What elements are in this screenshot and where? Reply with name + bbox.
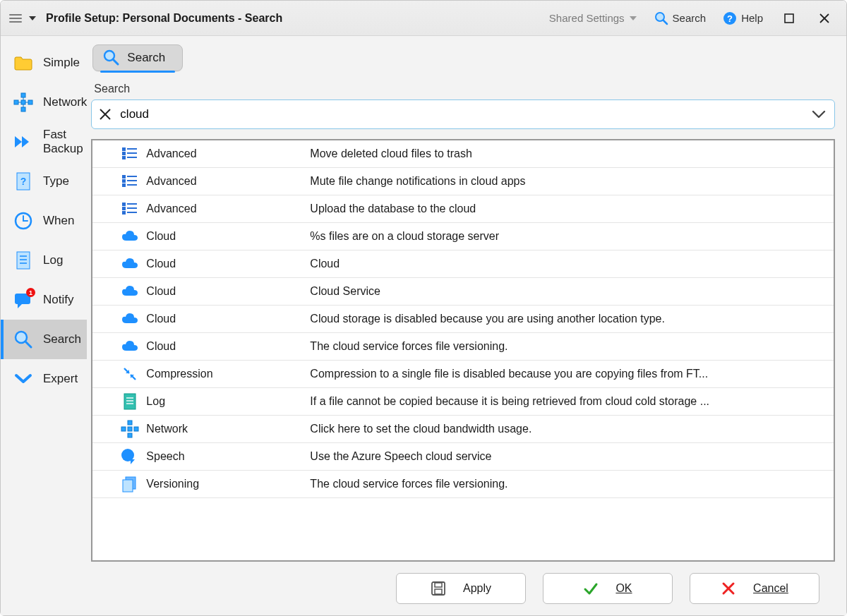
svg-rect-41 <box>123 157 125 159</box>
svg-line-3 <box>663 20 667 24</box>
svg-rect-49 <box>123 203 125 205</box>
sidebar-item-notify[interactable]: 1 Notify <box>1 280 87 320</box>
result-description: Cloud Service <box>304 278 834 306</box>
svg-rect-67 <box>134 427 138 431</box>
titlebar-search-button[interactable]: Search <box>649 8 712 28</box>
close-button[interactable] <box>810 7 839 30</box>
search-icon <box>103 49 120 66</box>
svg-rect-51 <box>123 207 125 210</box>
svg-text:?: ? <box>727 13 733 24</box>
log-icon <box>121 392 139 411</box>
cloud-icon <box>121 255 139 273</box>
help-icon: ? <box>723 11 737 25</box>
shared-settings-menu[interactable]: Shared Settings <box>543 9 643 27</box>
svg-marker-0 <box>29 16 36 20</box>
result-category: Versioning <box>146 478 199 490</box>
apply-label: Apply <box>463 582 491 595</box>
clear-search-button[interactable] <box>92 107 119 121</box>
version-icon <box>121 475 139 493</box>
sidebar-item-label: Network <box>43 95 87 109</box>
result-row[interactable]: Cloud%s files are on a cloud storage ser… <box>92 223 834 250</box>
result-description: Move deleted cloud files to trash <box>304 140 834 168</box>
sidebar-item-network[interactable]: Network <box>1 83 87 122</box>
svg-rect-37 <box>123 148 125 150</box>
compress-icon <box>121 365 139 383</box>
search-section-label: Search <box>94 83 836 95</box>
save-icon <box>431 581 446 596</box>
chevron-down-icon <box>13 369 33 389</box>
result-category: Compression <box>146 368 212 380</box>
svg-line-34 <box>113 59 118 64</box>
result-row[interactable]: CloudCloud storage is disabled because y… <box>92 306 834 333</box>
sidebar-item-simple[interactable]: Simple <box>1 43 87 83</box>
result-category: Cloud <box>146 230 176 243</box>
tab-label: Search <box>127 51 165 65</box>
sidebar-item-type[interactable]: ? Type <box>1 162 87 201</box>
cancel-label: Cancel <box>753 582 788 595</box>
titlebar: Profile Setup: Personal Documents - Sear… <box>1 1 846 36</box>
sidebar: Simple Network Fast Backup ? Type <box>1 36 87 615</box>
sidebar-item-label: Simple <box>43 56 80 70</box>
maximize-button[interactable] <box>774 7 804 30</box>
result-category: Log <box>146 395 165 408</box>
result-row[interactable]: AdvancedMute file change notifications i… <box>92 168 834 195</box>
dropdown-caret-icon[interactable] <box>28 13 37 23</box>
menu-icon[interactable] <box>9 12 22 25</box>
svg-rect-47 <box>123 184 125 186</box>
result-category: Cloud <box>146 258 176 270</box>
svg-rect-25 <box>17 252 30 269</box>
cloud-icon <box>121 310 139 328</box>
result-row[interactable]: CloudThe cloud service forces file versi… <box>92 333 834 361</box>
ok-button[interactable]: OK <box>543 573 673 604</box>
maximize-icon <box>784 13 794 23</box>
log-icon <box>13 250 33 270</box>
apply-button[interactable]: Apply <box>396 573 526 604</box>
svg-rect-73 <box>435 583 442 587</box>
result-row[interactable]: SpeechUse the Azure Speech cloud service <box>92 443 834 471</box>
result-category: Advanced <box>146 203 196 215</box>
svg-text:?: ? <box>20 176 27 187</box>
svg-rect-39 <box>123 152 125 155</box>
result-category: Speech <box>146 450 184 463</box>
sidebar-item-log[interactable]: Log <box>1 241 87 280</box>
result-row[interactable]: VersioningThe cloud service forces file … <box>92 471 834 498</box>
sidebar-item-expert[interactable]: Expert <box>1 359 87 399</box>
svg-marker-69 <box>131 459 135 464</box>
sidebar-item-label: Type <box>43 174 69 188</box>
search-input[interactable] <box>119 104 803 124</box>
results-table: AdvancedMove deleted cloud files to tras… <box>92 140 834 498</box>
chevron-down-icon <box>811 109 827 120</box>
sidebar-item-fast-backup[interactable]: Fast Backup <box>1 122 87 162</box>
result-row[interactable]: CloudCloud Service <box>92 278 834 306</box>
result-description: Use the Azure Speech cloud service <box>304 443 834 471</box>
help-button[interactable]: ? Help <box>717 8 769 28</box>
titlebar-search-label: Search <box>673 12 707 24</box>
sidebar-item-label: Notify <box>43 293 73 307</box>
folder-icon <box>13 53 33 73</box>
svg-rect-64 <box>128 421 132 425</box>
result-description: %s files are on a cloud storage server <box>304 223 834 250</box>
result-row[interactable]: CloudCloud <box>92 250 834 278</box>
result-row[interactable]: LogIf a file cannot be copied because it… <box>92 388 834 416</box>
search-dropdown-button[interactable] <box>803 109 834 120</box>
network-icon <box>121 420 139 438</box>
svg-rect-74 <box>435 589 442 594</box>
sidebar-item-when[interactable]: When <box>1 201 87 241</box>
result-row[interactable]: AdvancedUpload the database to the cloud <box>92 195 834 223</box>
result-description: Upload the database to the cloud <box>304 195 834 223</box>
result-row[interactable]: CompressionCompression to a single file … <box>92 361 834 388</box>
sidebar-item-search[interactable]: Search <box>1 320 87 359</box>
cancel-button[interactable]: Cancel <box>690 573 819 604</box>
result-row[interactable]: AdvancedMove deleted cloud files to tras… <box>92 140 834 168</box>
tab-search[interactable]: Search <box>92 44 183 71</box>
svg-rect-9 <box>21 100 25 104</box>
cancel-icon <box>721 581 736 596</box>
help-label: Help <box>741 12 763 24</box>
result-description: Mute file change notifications in cloud … <box>304 168 834 195</box>
caret-down-icon <box>629 14 637 23</box>
notify-icon: 1 <box>13 290 33 310</box>
svg-rect-12 <box>14 100 18 104</box>
sidebar-item-label: Fast Backup <box>43 128 87 156</box>
result-row[interactable]: NetworkClick here to set the cloud bandw… <box>92 416 834 443</box>
svg-rect-59 <box>124 394 136 409</box>
